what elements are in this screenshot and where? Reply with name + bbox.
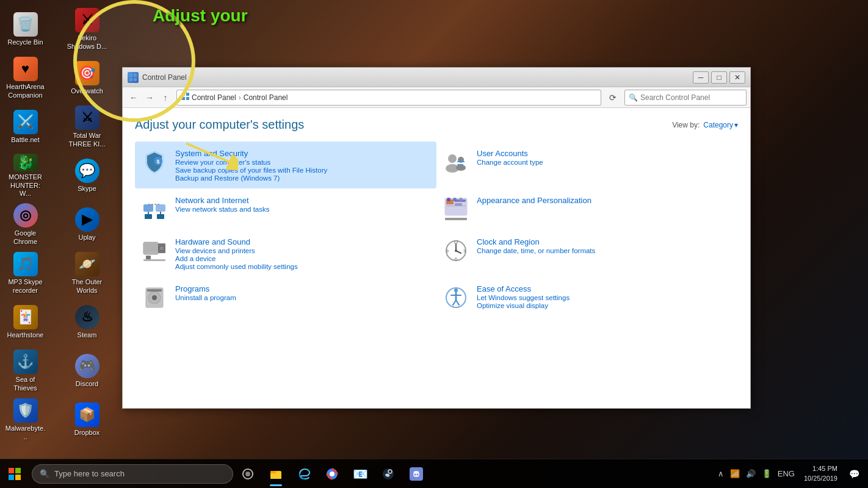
desktop-icon-chrome[interactable]: ◎ Google Chrome (2, 200, 48, 249)
clock-link-1[interactable]: Change date, time, or number formats (477, 247, 733, 254)
desktop-icon-monster-hunter[interactable]: 🐉 MONSTER HUNTER: W... (2, 151, 48, 200)
desktop-icon-steam[interactable]: ♨ Steam (64, 298, 110, 346)
hardware-link-2[interactable]: Add a device (175, 255, 432, 262)
desktop-icon-dropbox[interactable]: 📦 Dropbox (64, 395, 110, 444)
forward-button[interactable]: → (142, 90, 157, 105)
desktop-icon-sekiro[interactable]: ⚔ Sekiro Shadows D... (64, 5, 110, 54)
desktop-icon-outer-worlds[interactable]: 🪐 The Outer Worlds (64, 249, 110, 298)
ease-link-1[interactable]: Let Windows suggest settings (477, 294, 733, 301)
search-box[interactable]: 🔍 (624, 90, 747, 106)
programs-link-1[interactable]: Uninstall a program (175, 294, 432, 301)
programs-title[interactable]: Programs (175, 284, 209, 293)
desktop-icon-battlenet[interactable]: ⚔️ Battle.net (2, 102, 48, 151)
back-button[interactable]: ← (126, 90, 141, 105)
start-button[interactable] (0, 459, 29, 489)
hearthstonearena-label: HearthArena Companion (5, 83, 46, 99)
ease-access-title[interactable]: Ease of Access (477, 284, 531, 293)
category-hardware-sound[interactable]: Hardware and Sound View devices and prin… (135, 230, 436, 277)
refresh-button[interactable]: ⟳ (605, 90, 621, 106)
search-input[interactable] (640, 93, 742, 102)
taskbar-app-chrome[interactable] (319, 461, 345, 487)
clock-region-title[interactable]: Clock and Region (477, 237, 540, 246)
cortana-button[interactable] (236, 462, 260, 486)
svg-rect-38 (146, 256, 151, 259)
address-box[interactable]: Control Panel › Control Panel (176, 90, 601, 106)
desktop: 🗑️ Recycle Bin ♥ HearthArena Companion ⚔… (0, 0, 868, 488)
language-indicator[interactable]: ENG (776, 469, 797, 478)
battery-icon[interactable]: 🔋 (760, 469, 773, 478)
svg-point-36 (159, 246, 164, 251)
svg-rect-60 (15, 468, 21, 473)
desktop-icon-totalwar[interactable]: ⚔ Total War THREE KI... (64, 102, 110, 151)
system-security-link-3[interactable]: Backup and Restore (Windows 7) (175, 174, 432, 182)
taskbar-app-steam-tb[interactable] (375, 461, 402, 487)
svg-text:9: 9 (446, 249, 449, 253)
show-hidden-icons[interactable]: ∧ (716, 469, 726, 478)
category-ease-of-access[interactable]: Ease of Access Let Windows suggest setti… (436, 277, 738, 318)
seaofthieves-label: Sea of Thieves (5, 376, 46, 392)
desktop-icon-uplay[interactable]: ▶ Uplay (64, 200, 110, 249)
svg-rect-3 (134, 74, 137, 77)
desktop-icon-discord[interactable]: 🎮 Discord (64, 346, 110, 395)
svg-point-31 (447, 198, 450, 201)
taskbar-clock[interactable]: 1:45 PM 10/25/2019 (799, 464, 842, 483)
hearthstonearena-icon: ♥ (13, 57, 38, 81)
clock-region-text: Clock and Region Change date, time, or n… (477, 236, 733, 255)
cp-title-icon (128, 72, 139, 83)
breadcrumb-current: Control Panel (244, 93, 288, 102)
ease-link-2[interactable]: Optimize visual display (477, 302, 733, 309)
up-button[interactable]: ↑ (158, 90, 173, 105)
close-button[interactable]: ✕ (729, 71, 745, 84)
totalwar-icon: ⚔ (75, 106, 99, 130)
desktop-icon-overwatch[interactable]: 🎯 Overwatch (64, 54, 110, 102)
malwarebytes-label: Malwarebyte... (5, 425, 46, 440)
svg-rect-52 (147, 289, 162, 292)
taskbar-search-box[interactable]: 🔍 Type here to search (32, 464, 233, 484)
desktop-icon-recycle-bin[interactable]: 🗑️ Recycle Bin (2, 5, 48, 54)
taskbar-app-mail[interactable]: 📧 (347, 461, 374, 487)
desktop-icon-skype[interactable]: 💬 Skype (64, 151, 110, 200)
clock-time: 1:45 PM (812, 464, 837, 473)
svg-text:12: 12 (454, 240, 458, 244)
taskbar-app-discord-tb[interactable] (403, 461, 430, 487)
svg-rect-8 (182, 97, 185, 100)
category-user-accounts[interactable]: User Accounts Change account type (436, 142, 738, 188)
notification-button[interactable]: 💬 (845, 461, 863, 487)
hardware-link-1[interactable]: View devices and printers (175, 247, 432, 254)
network-link-1[interactable]: View network status and tasks (175, 206, 432, 213)
desktop-icon-sea-of-thieves[interactable]: ⚓ Sea of Thieves (2, 346, 48, 395)
network-internet-title[interactable]: Network and Internet (175, 196, 249, 205)
viewby-value[interactable]: Category ▾ (703, 121, 738, 129)
seaofthieves-icon: ⚓ (13, 350, 38, 374)
desktop-icon-hearthstone[interactable]: 🃏 Hearthstone (2, 298, 48, 346)
appearance-title[interactable]: Appearance and Personalization (477, 196, 591, 205)
desktop-icon-malwarebytes[interactable]: 🛡️ Malwarebyte... (2, 395, 48, 444)
network-icon-tray[interactable]: 📶 (728, 469, 742, 478)
category-appearance[interactable]: Appearance and Personalization (436, 188, 738, 230)
user-accounts-link-1[interactable]: Change account type (477, 159, 733, 166)
hardware-link-3[interactable]: Adjust commonly used mobility settings (175, 263, 432, 270)
minimize-button[interactable]: ─ (693, 71, 709, 84)
system-security-link-2[interactable]: Save backup copies of your files with Fi… (175, 167, 432, 174)
volume-icon[interactable]: 🔊 (744, 469, 758, 478)
svg-rect-18 (143, 204, 153, 212)
user-accounts-text: User Accounts Change account type (477, 148, 733, 167)
svg-rect-28 (455, 203, 462, 206)
user-accounts-title[interactable]: User Accounts (477, 149, 528, 158)
taskbar-app-file-explorer[interactable] (262, 461, 289, 487)
system-security-link-1[interactable]: Review your computer's status (175, 159, 432, 166)
category-clock-region[interactable]: 12 3 6 9 Clock and Region Change date, t… (436, 230, 738, 277)
desktop-icon-mp3skype[interactable]: 🎵 MP3 Skype recorder (2, 249, 48, 298)
maximize-button[interactable]: □ (711, 71, 727, 84)
category-system-security[interactable]: $ System and Security Review your comput… (135, 142, 436, 188)
system-security-title[interactable]: System and Security (175, 149, 248, 158)
hardware-sound-title[interactable]: Hardware and Sound (175, 237, 250, 246)
hardware-icon (140, 236, 169, 265)
svg-rect-67 (270, 471, 276, 473)
category-network-internet[interactable]: Network and Internet View network status… (135, 188, 436, 230)
category-programs[interactable]: Programs Uninstall a program (135, 277, 436, 318)
dropbox-label: Dropbox (74, 429, 100, 437)
annotation-text: Adjust your (153, 6, 248, 26)
taskbar-app-edge[interactable] (291, 461, 317, 487)
desktop-icon-hearthstonearena[interactable]: ♥ HearthArena Companion (2, 54, 48, 102)
